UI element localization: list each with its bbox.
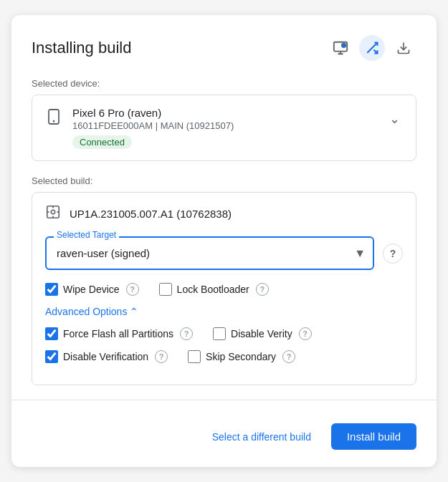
header: Installing build ↑ bbox=[32, 35, 416, 61]
download-icon bbox=[396, 41, 411, 55]
wipe-device-checkbox[interactable] bbox=[45, 283, 58, 296]
disable-verity-label: Disable Verity bbox=[231, 328, 292, 339]
skip-secondary-checkbox[interactable] bbox=[188, 350, 201, 363]
target-select-wrapper: Selected Target raven-user (signed) rave… bbox=[45, 236, 374, 270]
build-header: UP1A.231005.007.A1 (10762838) bbox=[45, 204, 403, 223]
disable-verification-checkbox[interactable] bbox=[45, 350, 58, 363]
target-section: Selected Target raven-user (signed) rave… bbox=[45, 236, 403, 270]
force-flash-option[interactable]: Force Flash all Partitions ? bbox=[45, 327, 193, 340]
build-id: UP1A.231005.007.A1 (10762838) bbox=[70, 208, 232, 220]
device-box: Pixel 6 Pro (raven) 16011FDEE000AM | MAI… bbox=[32, 95, 416, 161]
disable-verification-option[interactable]: Disable Verification ? bbox=[45, 350, 168, 363]
download-icon-btn[interactable] bbox=[391, 35, 416, 61]
footer-row: Select a different build Install build bbox=[32, 415, 416, 450]
disable-verity-help-icon[interactable]: ? bbox=[299, 327, 312, 340]
build-section-label: Selected build: bbox=[32, 175, 416, 186]
advanced-options-row-2: Disable Verification ? Skip Secondary ? bbox=[45, 350, 403, 363]
force-flash-checkbox[interactable] bbox=[45, 327, 58, 340]
force-flash-label: Force Flash all Partitions bbox=[63, 328, 173, 339]
device-expand-button[interactable]: ⌄ bbox=[386, 108, 403, 130]
device-serial: 16011FDEE000AM | MAIN (10921507) bbox=[72, 120, 234, 131]
build-box: UP1A.231005.007.A1 (10762838) Selected T… bbox=[32, 192, 416, 385]
monitor-device-icon: ↑ bbox=[333, 40, 348, 56]
lock-bootloader-option[interactable]: Lock Bootloader ? bbox=[159, 283, 269, 296]
advanced-options-label: Advanced Options bbox=[45, 306, 127, 317]
wipe-device-option[interactable]: Wipe Device ? bbox=[45, 283, 139, 296]
skip-secondary-option[interactable]: Skip Secondary ? bbox=[188, 350, 295, 363]
skip-secondary-help-icon[interactable]: ? bbox=[282, 350, 295, 363]
lock-bootloader-help-icon[interactable]: ? bbox=[256, 283, 269, 296]
svg-point-9 bbox=[51, 210, 55, 214]
page-title: Installing build bbox=[32, 39, 131, 57]
select-different-build-button[interactable]: Select a different build bbox=[204, 425, 320, 448]
wipe-device-help-icon[interactable]: ? bbox=[126, 283, 139, 296]
phone-icon bbox=[45, 108, 62, 128]
device-details: Pixel 6 Pro (raven) 16011FDEE000AM | MAI… bbox=[72, 107, 234, 149]
wipe-device-label: Wipe Device bbox=[63, 284, 120, 295]
device-section-label: Selected device: bbox=[32, 78, 416, 89]
build-icon bbox=[45, 204, 61, 223]
advanced-options-panel: Force Flash all Partitions ? Disable Ver… bbox=[45, 327, 403, 363]
chevron-down-icon: ⌄ bbox=[389, 112, 400, 126]
device-row: Pixel 6 Pro (raven) 16011FDEE000AM | MAI… bbox=[45, 107, 403, 149]
lock-bootloader-label: Lock Bootloader bbox=[177, 284, 249, 295]
monitor-device-icon-btn[interactable]: ↑ bbox=[328, 35, 353, 61]
shuffle-icon-btn[interactable] bbox=[359, 35, 385, 61]
header-icons: ↑ bbox=[328, 35, 416, 61]
install-build-button[interactable]: Install build bbox=[331, 423, 416, 450]
device-info: Pixel 6 Pro (raven) 16011FDEE000AM | MAI… bbox=[45, 107, 234, 149]
disable-verification-help-icon[interactable]: ? bbox=[155, 350, 168, 363]
disable-verity-checkbox[interactable] bbox=[213, 327, 226, 340]
target-select[interactable]: raven-user (signed) raven-userdebug (sig… bbox=[45, 236, 374, 270]
footer-divider bbox=[11, 400, 437, 400]
advanced-options-row-1: Force Flash all Partitions ? Disable Ver… bbox=[45, 327, 403, 340]
disable-verity-option[interactable]: Disable Verity ? bbox=[213, 327, 312, 340]
force-flash-help-icon[interactable]: ? bbox=[180, 327, 193, 340]
target-float-label: Selected Target bbox=[54, 230, 119, 240]
device-name: Pixel 6 Pro (raven) bbox=[72, 107, 234, 119]
advanced-chevron-up-icon: ⌃ bbox=[130, 306, 138, 317]
main-card: Installing build ↑ bbox=[11, 15, 437, 467]
basic-options-row: Wipe Device ? Lock Bootloader ? bbox=[45, 283, 403, 296]
advanced-options-toggle[interactable]: Advanced Options ⌃ bbox=[45, 306, 138, 317]
connected-badge: Connected bbox=[72, 135, 132, 149]
target-help-button[interactable]: ? bbox=[383, 244, 403, 264]
svg-text:↑: ↑ bbox=[343, 44, 344, 47]
lock-bootloader-checkbox[interactable] bbox=[159, 283, 172, 296]
disable-verification-label: Disable Verification bbox=[63, 351, 148, 362]
skip-secondary-label: Skip Secondary bbox=[206, 351, 276, 362]
shuffle-icon bbox=[365, 41, 379, 55]
